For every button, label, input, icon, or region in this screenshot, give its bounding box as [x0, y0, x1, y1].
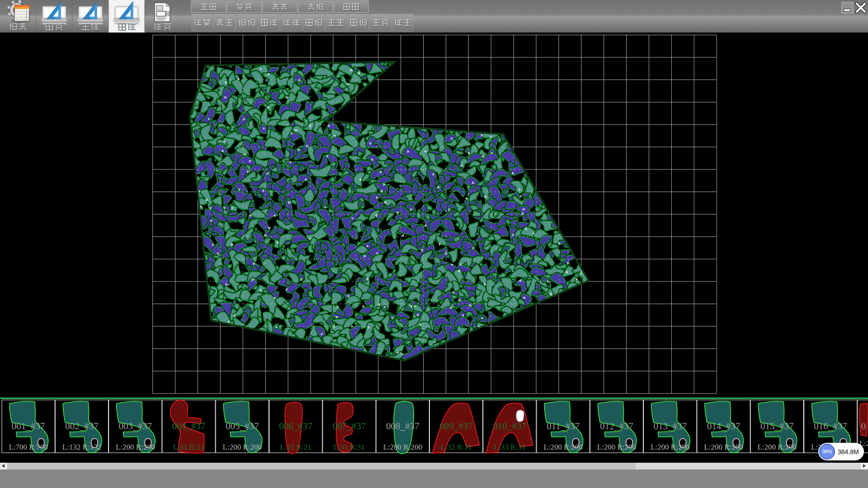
svg-text:013_#37: 013_#37: [653, 421, 687, 432]
svg-text:L:200 R:200: L:200 R:200: [383, 443, 422, 451]
svg-text:005_#37: 005_#37: [226, 421, 259, 432]
svg-text:L:200 R:200: L:200 R:200: [597, 443, 636, 451]
svg-text:015_#37: 015_#37: [760, 421, 794, 432]
svg-text:0: 0: [861, 421, 866, 432]
svg-text:012_#37: 012_#37: [600, 421, 633, 432]
svg-text:016_#37: 016_#37: [814, 421, 847, 432]
svg-text:004_#37: 004_#37: [172, 421, 206, 432]
svg-text:010_#37: 010_#37: [493, 421, 527, 432]
svg-text:L:700 R:700: L:700 R:700: [9, 443, 47, 451]
svg-text:L:132 R:132: L:132 R:132: [62, 443, 101, 451]
svg-text:L:32 R:31: L:32 R:31: [440, 443, 472, 451]
svg-text:008_#37: 008_#37: [386, 421, 420, 432]
svg-text:009_#37: 009_#37: [439, 421, 473, 432]
svg-text:L:200 R:200: L:200 R:200: [758, 443, 797, 451]
svg-text:014_#37: 014_#37: [707, 421, 741, 432]
svg-text:L:21 R:21: L:21 R:21: [280, 443, 311, 451]
svg-text:007_#37: 007_#37: [333, 421, 366, 432]
svg-text:L:200 R:200: L:200 R:200: [704, 443, 743, 451]
svg-text:L:200 R:200: L:200 R:200: [223, 443, 262, 451]
svg-text:L:31 R:31: L:31 R:31: [173, 443, 204, 451]
svg-text:L:200 R:200: L:200 R:200: [651, 443, 689, 451]
svg-text:002_#37: 002_#37: [65, 421, 99, 432]
svg-text:L:200 R:200: L:200 R:200: [543, 443, 582, 451]
svg-text:011_#37: 011_#37: [547, 421, 580, 432]
svg-text:003_#37: 003_#37: [118, 421, 152, 432]
svg-text:L:31 R:31: L:31 R:31: [334, 443, 365, 451]
svg-text:006_#37: 006_#37: [279, 421, 312, 432]
svg-text:001_#37: 001_#37: [12, 421, 45, 432]
svg-text:L:33 R:33: L:33 R:33: [494, 443, 525, 451]
svg-text:L:200 R:200: L:200 R:200: [116, 443, 155, 451]
